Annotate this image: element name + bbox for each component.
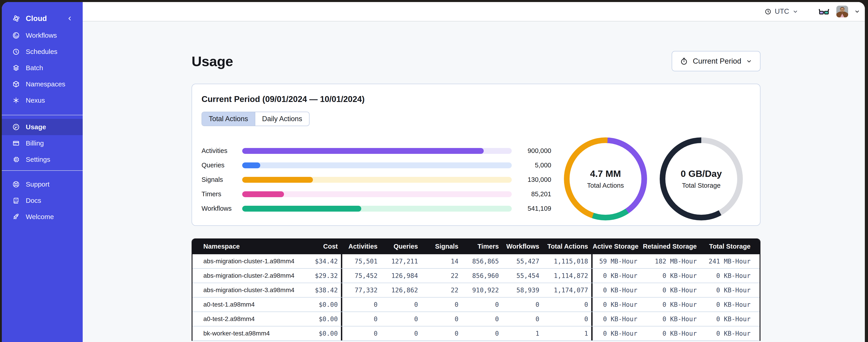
chart-row: Activities900,000Queries5,000Signals130,… [202, 137, 743, 220]
column-header: Total Storage [701, 243, 760, 250]
bar-fill [242, 206, 361, 212]
total-storage-cell: 0 KB-Hour [701, 272, 760, 279]
sidebar-divider [2, 115, 83, 115]
collapse-sidebar-icon[interactable] [67, 15, 73, 22]
bar-track [242, 163, 512, 168]
sidebar-item-label: Nexus [26, 97, 45, 104]
bar-category-label: Workflows [202, 205, 242, 212]
tab-daily-actions[interactable]: Daily Actions [255, 112, 309, 126]
sidebar-item-batch[interactable]: Batch [2, 60, 83, 76]
namespace-link[interactable]: a0-test-2.a98mm4 [203, 315, 255, 322]
sidebar-item-nexus[interactable]: Nexus [2, 92, 83, 108]
timers-cell: 856,960 [462, 272, 502, 279]
namespace-link[interactable]: abs-migration-cluster-3.a98mm4 [203, 286, 294, 294]
cost-cell: $34.42 [297, 258, 341, 265]
tab-total-actions[interactable]: Total Actions [202, 112, 255, 126]
bar-track [242, 206, 512, 212]
account-menu-chevron-icon[interactable] [854, 8, 860, 15]
namespace-link[interactable]: abs-migration-cluster-2.a98mm4 [203, 272, 294, 279]
sidebar-item-workflows[interactable]: Workflows [2, 27, 83, 43]
sidebar-nav-account: Usage Billing Settings [2, 119, 83, 168]
timezone-label: UTC [775, 7, 789, 15]
actions-bar-chart: Activities900,000Queries5,000Signals130,… [202, 147, 551, 211]
column-header: Namespace [192, 243, 297, 250]
cost-cell: $0.00 [297, 330, 341, 337]
signals-cell: 22 [421, 272, 462, 279]
total-actions-cell: 0 [542, 301, 591, 308]
timers-cell: 856,865 [462, 258, 502, 265]
column-header: Timers [462, 243, 502, 250]
sidebar-item-namespaces[interactable]: Namespaces [2, 76, 83, 92]
workflows-cell: 58,939 [502, 286, 542, 294]
sidebar-item-schedules[interactable]: Schedules [2, 43, 83, 60]
workflows-cell: 55,427 [502, 258, 542, 265]
total-storage-cell: 0 KB-Hour [701, 286, 760, 294]
bar-row: Activities900,000 [202, 147, 551, 153]
namespace-link[interactable]: a0-test-1.a98mm4 [203, 301, 255, 308]
active-storage-cell: 0 KB-Hour [593, 301, 641, 308]
book-icon [12, 197, 20, 204]
sidebar-item-welcome[interactable]: Welcome [2, 209, 83, 225]
workflows-cell: 55,454 [502, 272, 542, 279]
page-head: Usage Current Period [192, 51, 761, 71]
sidebar-item-label: Usage [26, 123, 46, 131]
bar-value-label: 900,000 [512, 147, 551, 155]
retained-storage-cell: 182 MB-Hour [641, 258, 701, 265]
total-storage-cell: 0 KB-Hour [701, 315, 760, 323]
bar-category-label: Activities [202, 147, 242, 155]
sidebar-item-label: Docs [26, 197, 41, 204]
sidebar-item-billing[interactable]: Billing [2, 135, 83, 151]
bar-row: Signals130,000 [202, 176, 551, 182]
table-row: abs-migration-cluster-1.a98mm4$34.4275,5… [192, 254, 760, 269]
sidebar-item-docs[interactable]: Docs [2, 193, 83, 209]
activities-cell: 0 [342, 330, 381, 337]
namespace-link[interactable]: bk-worker-test.a98mm4 [203, 330, 270, 337]
cost-cell: $38.42 [297, 286, 341, 294]
donut-sublabel: Total Storage [682, 182, 721, 189]
app-window: Cloud Workflows Schedules [2, 2, 865, 342]
donut-value: 4.7 MM [590, 169, 621, 179]
retained-storage-cell: 0 KB-Hour [641, 286, 701, 294]
signals-cell: 14 [421, 258, 462, 265]
sidebar-item-usage[interactable]: Usage [2, 119, 83, 135]
namespace-cell: abs-migration-cluster-2.a98mm4 [192, 272, 297, 279]
donut-labels: 4.7 MM Total Actions [564, 137, 647, 220]
bar-fill [242, 191, 284, 197]
brand-label: Cloud [26, 14, 47, 23]
page-title: Usage [192, 53, 233, 69]
avatar[interactable] [836, 6, 848, 18]
cost-cell: $0.00 [297, 301, 341, 308]
namespace-cell: abs-migration-cluster-1.a98mm4 [192, 258, 297, 265]
namespace-cell: a0-test-1.a98mm4 [192, 301, 297, 308]
bar-category-label: Signals [202, 176, 242, 183]
workflows-cell: 1 [502, 330, 542, 337]
bar-fill [242, 148, 484, 154]
namespace-usage-table: NamespaceCostActivitiesQueriesSignalsTim… [192, 238, 761, 341]
bar-track [242, 191, 512, 197]
sidebar-item-label: Schedules [26, 48, 57, 56]
sidebar-item-label: Settings [26, 156, 50, 163]
sidebar-item-support[interactable]: Support [2, 176, 83, 193]
period-selector-label: Current Period [693, 57, 741, 65]
namespace-cell: a0-test-2.a98mm4 [192, 315, 297, 322]
active-storage-cell: 0 KB-Hour [593, 272, 641, 279]
period-selector-button[interactable]: Current Period [672, 51, 761, 71]
table-body: abs-migration-cluster-1.a98mm4$34.4275,5… [192, 254, 760, 341]
topbar: UTC [83, 2, 865, 22]
active-storage-cell: 0 KB-Hour [593, 286, 641, 294]
temporal-logo-icon [12, 14, 20, 23]
queries-cell: 0 [381, 301, 421, 308]
sidebar-item-settings[interactable]: Settings [2, 151, 83, 168]
glasses-icon[interactable] [818, 5, 830, 18]
active-storage-cell: 0 KB-Hour [593, 315, 641, 323]
clock-icon [765, 8, 772, 15]
sidebar-item-label: Billing [26, 139, 44, 147]
timers-cell: 910,922 [462, 286, 502, 294]
donut-sublabel: Total Actions [587, 182, 624, 189]
donut-value: 0 GB/Day [681, 169, 722, 179]
schedules-icon [12, 48, 20, 56]
namespace-link[interactable]: abs-migration-cluster-1.a98mm4 [203, 258, 294, 265]
workflows-icon [12, 32, 20, 39]
bar-track [242, 148, 512, 154]
timezone-selector[interactable]: UTC [765, 7, 798, 15]
